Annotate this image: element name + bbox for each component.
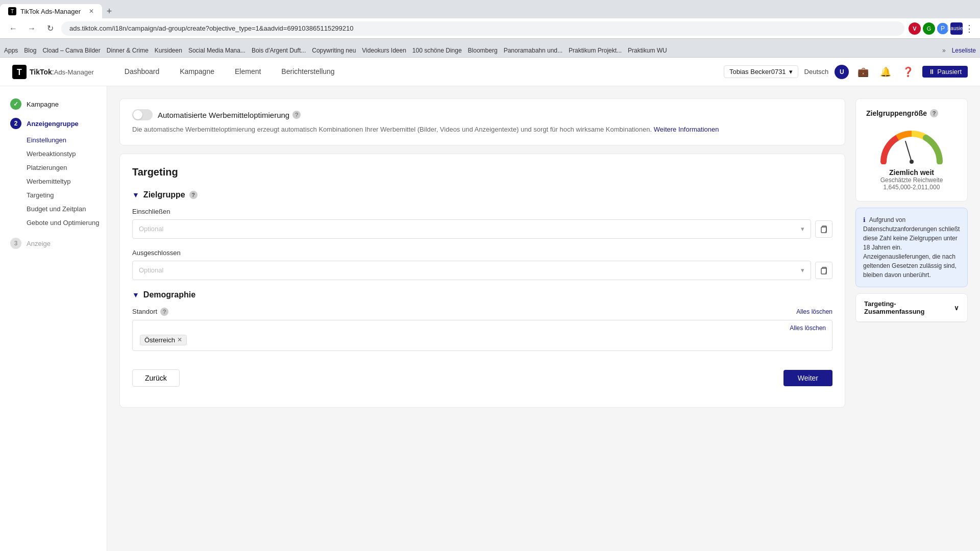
- bookmark-dinner[interactable]: Dinner & Crime: [107, 47, 149, 54]
- gauge-chart: [876, 123, 947, 164]
- svg-line-6: [905, 141, 912, 162]
- sidebar-item-budget[interactable]: Budget und Zeitplan: [27, 202, 107, 216]
- gauge-sublabel: Geschätzte Reichweite: [866, 177, 957, 184]
- pause-ext-icon[interactable]: Pausiert: [950, 22, 963, 35]
- targeting-summary-toggle[interactable]: Targeting-Zusammenfassung ∨: [856, 294, 967, 322]
- top-navigation: T TikTok:Ads-Manager Dashboard Kampagne …: [0, 58, 980, 86]
- notification-icon[interactable]: 🔔: [877, 64, 894, 80]
- sidebar-item-werbeaktionstyp[interactable]: Werbeaktionstyp: [27, 147, 107, 161]
- ausgeschlossen-placeholder: Optional: [139, 266, 163, 274]
- reload-button[interactable]: ↻: [43, 21, 57, 36]
- alles-loeschen-inside[interactable]: Alles löschen: [790, 324, 826, 332]
- extension-icon-2[interactable]: G: [923, 22, 935, 35]
- gauge-help-icon[interactable]: ?: [930, 109, 938, 117]
- tiktok-logo-icon: T: [12, 65, 27, 79]
- sidebar-step-anzeigengruppe[interactable]: 2 Anzeigengruppe: [0, 114, 107, 133]
- sidebar-item-werbemitteltyp[interactable]: Werbemitteltyp: [27, 174, 107, 188]
- leseliste-icon[interactable]: Leseliste: [952, 47, 976, 54]
- nav-items: Dashboard Kampagne Element Berichterstel…: [114, 58, 724, 86]
- zielgruppe-help-icon[interactable]: ?: [189, 191, 198, 199]
- sidebar-item-targeting[interactable]: Targeting: [27, 188, 107, 202]
- ausgeschlossen-select[interactable]: Optional ▾: [132, 261, 811, 280]
- optimization-help-icon[interactable]: ?: [292, 111, 301, 119]
- sidebar-item-gebote[interactable]: Gebote und Optimierung: [27, 216, 107, 230]
- svg-text:P: P: [941, 25, 945, 32]
- info-icon: ℹ: [863, 216, 866, 223]
- more-info-link[interactable]: Weitere Informationen: [654, 126, 719, 133]
- bookmark-social[interactable]: Social Media Mana...: [188, 47, 246, 54]
- help-icon[interactable]: ❓: [900, 64, 916, 80]
- einschliessen-select[interactable]: Optional ▾: [132, 219, 811, 239]
- ausgeschlossen-field-group: Ausgeschlossen Optional ▾: [132, 249, 832, 280]
- bookmark-100[interactable]: 100 schöne Dinge: [412, 47, 462, 54]
- optimization-toggle[interactable]: [132, 109, 153, 120]
- bookmark-video[interactable]: Videokurs Ideen: [362, 47, 406, 54]
- bookmark-copy[interactable]: Copywriting neu: [312, 47, 356, 54]
- account-selector[interactable]: Tobias Becker0731 ▾: [724, 65, 798, 78]
- form-buttons: Zurück Weiter: [132, 361, 832, 395]
- pause-button[interactable]: ⏸ Pausiert: [922, 66, 968, 78]
- info-card: ℹ Aufgrund von Datenschutzanforderungen …: [855, 208, 968, 287]
- more-bookmarks[interactable]: »: [942, 47, 946, 54]
- pause-icon: ⏸: [928, 68, 935, 76]
- more-options-icon[interactable]: ⋮: [965, 23, 974, 34]
- copy-icon: [819, 224, 828, 234]
- new-tab-button[interactable]: +: [102, 4, 116, 18]
- language-selector[interactable]: Deutsch: [804, 68, 829, 76]
- bookmark-apps[interactable]: Apps: [4, 47, 18, 54]
- einschliessen-chevron-icon: ▾: [801, 225, 804, 233]
- standort-input-field[interactable]: Alles löschen Österreich ✕: [132, 320, 832, 351]
- bookmark-bois[interactable]: Bois d'Argent Duft...: [252, 47, 306, 54]
- forward-button[interactable]: →: [24, 21, 39, 36]
- back-button[interactable]: Zurück: [132, 369, 180, 387]
- bookmarks-bar: Apps Blog Cload – Canva Bilder Dinner & …: [0, 43, 980, 58]
- wallet-icon[interactable]: 💼: [855, 64, 871, 80]
- sidebar-item-einstellungen[interactable]: Einstellungen: [27, 133, 107, 147]
- bookmark-bloomberg[interactable]: Bloomberg: [468, 47, 498, 54]
- einschliessen-field-group: Einschließen Optional ▾: [132, 208, 832, 239]
- standort-label: Standort: [132, 308, 157, 315]
- next-button[interactable]: Weiter: [783, 370, 832, 386]
- einschliessen-copy-button[interactable]: [815, 220, 832, 238]
- bookmark-panorama[interactable]: Panoramabahn und...: [504, 47, 562, 54]
- zielgruppe-collapse-icon[interactable]: ▼: [132, 191, 139, 199]
- tag-close-icon[interactable]: ✕: [177, 336, 182, 343]
- standort-tag-oesterreich[interactable]: Österreich ✕: [140, 335, 187, 345]
- nav-berichterstellung[interactable]: Berichterstellung: [271, 58, 345, 86]
- summary-card: Targeting-Zusammenfassung ∨: [855, 293, 968, 322]
- standort-help-icon[interactable]: ?: [160, 308, 168, 316]
- sidebar-step-kampagne[interactable]: ✓ Kampagne: [0, 94, 107, 114]
- ausgeschlossen-copy-button[interactable]: [815, 262, 832, 279]
- sidebar-step-label-2: Anzeigengruppe: [27, 120, 79, 128]
- sidebar-step-anzeige[interactable]: 3 Anzeige: [0, 234, 107, 253]
- bookmark-praktikum2[interactable]: Praktikum WU: [628, 47, 667, 54]
- bookmark-kurs[interactable]: Kursideen: [155, 47, 182, 54]
- back-button[interactable]: ←: [6, 21, 20, 36]
- optimization-title: Automatisierte Werbemitteloptimierung ?: [158, 111, 301, 119]
- url-bar[interactable]: [61, 21, 904, 36]
- summary-title-text: Targeting-Zusammenfassung: [864, 300, 954, 315]
- einschliessen-label: Einschließen: [132, 208, 170, 215]
- sidebar-step-label-1: Kampagne: [27, 101, 59, 108]
- browser-tab[interactable]: T TikTok Ads-Manager ✕: [0, 4, 102, 18]
- nav-element[interactable]: Element: [225, 58, 271, 86]
- gauge-card: Zielgruppengröße ?: [855, 98, 968, 202]
- optimization-section: Automatisierte Werbemitteloptimierung ? …: [119, 98, 845, 145]
- alles-loeschen-button[interactable]: Alles löschen: [796, 308, 832, 315]
- tab-close-button[interactable]: ✕: [89, 8, 94, 15]
- gauge-range: 1,645,000-2,011,000: [866, 184, 957, 191]
- account-chevron-icon: ▾: [789, 68, 793, 76]
- extension-icon[interactable]: V: [909, 22, 921, 35]
- sidebar: ✓ Kampagne 2 Anzeigengruppe Einstellunge…: [0, 86, 107, 551]
- svg-point-7: [910, 160, 914, 164]
- bookmark-praktikum1[interactable]: Praktikum Projekt...: [569, 47, 622, 54]
- sidebar-item-platzierungen[interactable]: Platzierungen: [27, 161, 107, 174]
- standort-field-group: Standort ? Alles löschen Alles löschen: [132, 308, 832, 351]
- demographie-collapse-icon[interactable]: ▼: [132, 291, 139, 299]
- nav-kampagne[interactable]: Kampagne: [169, 58, 225, 86]
- bookmark-blog[interactable]: Blog: [24, 47, 36, 54]
- bookmark-canva[interactable]: Cload – Canva Bilder: [42, 47, 100, 54]
- tab-favicon: T: [8, 7, 16, 15]
- nav-dashboard[interactable]: Dashboard: [114, 58, 170, 86]
- gauge-label: Ziemlich weit: [866, 168, 957, 177]
